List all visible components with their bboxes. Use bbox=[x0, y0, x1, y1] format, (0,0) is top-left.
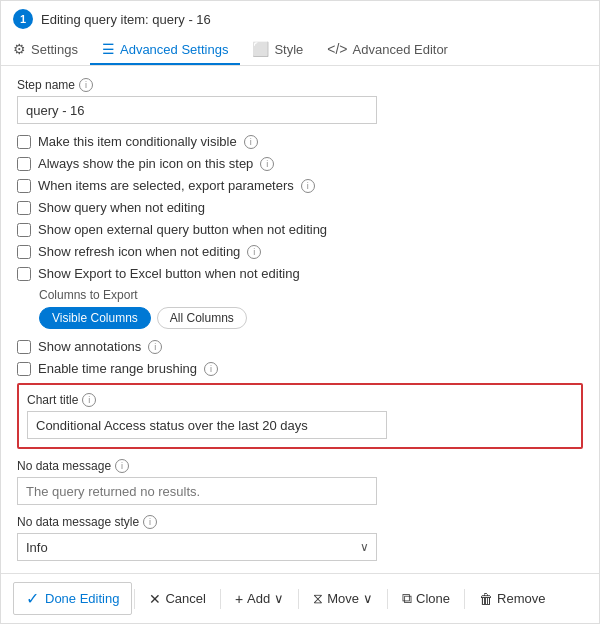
cb-show-query-label: Show query when not editing bbox=[38, 200, 205, 215]
cb8-info-icon[interactable]: i bbox=[148, 340, 162, 354]
footer-divider-1 bbox=[134, 589, 135, 609]
no-data-style-group: No data message style i Info Warning Err… bbox=[17, 515, 583, 561]
checkbox-conditionally-visible: Make this item conditionally visible i bbox=[17, 134, 583, 149]
cb-time-range[interactable] bbox=[17, 362, 31, 376]
settings-icon: ⚙ bbox=[13, 41, 26, 57]
no-data-message-group: No data message i bbox=[17, 459, 583, 505]
columns-buttons: Visible Columns All Columns bbox=[39, 307, 583, 329]
columns-label: Columns to Export bbox=[39, 288, 583, 302]
tab-advanced-settings[interactable]: ☰ Advanced Settings bbox=[90, 35, 240, 65]
cb1-info-icon[interactable]: i bbox=[244, 135, 258, 149]
page-title: Editing query item: query - 16 bbox=[41, 12, 211, 27]
checkbox-refresh-icon: Show refresh icon when not editing i bbox=[17, 244, 583, 259]
cb-export-params-label: When items are selected, export paramete… bbox=[38, 178, 294, 193]
done-check-icon: ✓ bbox=[26, 589, 39, 608]
main-container: 1 Editing query item: query - 16 ⚙ Setti… bbox=[0, 0, 600, 624]
all-columns-button[interactable]: All Columns bbox=[157, 307, 247, 329]
checkbox-annotations: Show annotations i bbox=[17, 339, 583, 354]
columns-section: Columns to Export Visible Columns All Co… bbox=[39, 288, 583, 329]
add-icon: + bbox=[235, 591, 243, 607]
cb-open-external-label: Show open external query button when not… bbox=[38, 222, 327, 237]
tab-settings-label: Settings bbox=[31, 42, 78, 57]
tab-settings[interactable]: ⚙ Settings bbox=[13, 35, 90, 65]
chart-title-info-icon[interactable]: i bbox=[82, 393, 96, 407]
tab-style-label: Style bbox=[274, 42, 303, 57]
tab-advanced-editor[interactable]: </> Advanced Editor bbox=[315, 35, 460, 65]
step-name-group: Step name i bbox=[17, 78, 583, 124]
step-name-label: Step name i bbox=[17, 78, 583, 92]
cb-conditionally-visible-label: Make this item conditionally visible bbox=[38, 134, 237, 149]
cb-open-external[interactable] bbox=[17, 223, 31, 237]
footer-bar: ✓ Done Editing ✕ Cancel + Add ∨ ⧖ Move ∨… bbox=[1, 573, 599, 623]
style-icon: ⬜ bbox=[252, 41, 269, 57]
no-data-style-select[interactable]: Info Warning Error bbox=[17, 533, 377, 561]
no-data-message-label: No data message i bbox=[17, 459, 583, 473]
cb9-info-icon[interactable]: i bbox=[204, 362, 218, 376]
cancel-icon: ✕ bbox=[149, 591, 161, 607]
add-button[interactable]: + Add ∨ bbox=[223, 585, 296, 613]
done-editing-button[interactable]: ✓ Done Editing bbox=[13, 582, 132, 615]
cb-export-excel-label: Show Export to Excel button when not edi… bbox=[38, 266, 300, 281]
remove-label: Remove bbox=[497, 591, 545, 606]
move-chevron-icon: ∨ bbox=[363, 591, 373, 606]
cb-annotations-label: Show annotations bbox=[38, 339, 141, 354]
no-data-style-label: No data message style i bbox=[17, 515, 583, 529]
chart-title-box: Chart title i bbox=[17, 383, 583, 449]
cb3-info-icon[interactable]: i bbox=[301, 179, 315, 193]
cancel-label: Cancel bbox=[165, 591, 205, 606]
footer-divider-5 bbox=[464, 589, 465, 609]
header-bar: 1 Editing query item: query - 16 ⚙ Setti… bbox=[1, 1, 599, 66]
clone-button[interactable]: ⧉ Clone bbox=[390, 584, 462, 613]
checkbox-time-range: Enable time range brushing i bbox=[17, 361, 583, 376]
checkbox-open-external: Show open external query button when not… bbox=[17, 222, 583, 237]
tab-advanced-settings-label: Advanced Settings bbox=[120, 42, 228, 57]
done-editing-label: Done Editing bbox=[45, 591, 119, 606]
cb-conditionally-visible[interactable] bbox=[17, 135, 31, 149]
checkbox-export-excel: Show Export to Excel button when not edi… bbox=[17, 266, 583, 281]
tab-advanced-editor-label: Advanced Editor bbox=[353, 42, 448, 57]
footer-divider-3 bbox=[298, 589, 299, 609]
cb-refresh-icon-label: Show refresh icon when not editing bbox=[38, 244, 240, 259]
cb-annotations[interactable] bbox=[17, 340, 31, 354]
cb-pin-icon-label: Always show the pin icon on this step bbox=[38, 156, 253, 171]
cb2-info-icon[interactable]: i bbox=[260, 157, 274, 171]
step-badge: 1 bbox=[13, 9, 33, 29]
footer-divider-2 bbox=[220, 589, 221, 609]
cb-time-range-label: Enable time range brushing bbox=[38, 361, 197, 376]
advanced-settings-icon: ☰ bbox=[102, 41, 115, 57]
no-data-message-input[interactable] bbox=[17, 477, 377, 505]
checkbox-show-query: Show query when not editing bbox=[17, 200, 583, 215]
no-data-style-info-icon[interactable]: i bbox=[143, 515, 157, 529]
cb-show-query[interactable] bbox=[17, 201, 31, 215]
content-area: Step name i Make this item conditionally… bbox=[1, 66, 599, 573]
advanced-editor-icon: </> bbox=[327, 41, 347, 57]
cb-pin-icon[interactable] bbox=[17, 157, 31, 171]
no-data-style-wrapper: Info Warning Error ∨ bbox=[17, 533, 377, 561]
tabs-row: ⚙ Settings ☰ Advanced Settings ⬜ Style <… bbox=[13, 35, 587, 65]
cb-export-params[interactable] bbox=[17, 179, 31, 193]
step-name-input[interactable] bbox=[17, 96, 377, 124]
footer-divider-4 bbox=[387, 589, 388, 609]
clone-icon: ⧉ bbox=[402, 590, 412, 607]
remove-button[interactable]: 🗑 Remove bbox=[467, 585, 557, 613]
cb-export-excel[interactable] bbox=[17, 267, 31, 281]
clone-label: Clone bbox=[416, 591, 450, 606]
add-chevron-icon: ∨ bbox=[274, 591, 284, 606]
cb6-info-icon[interactable]: i bbox=[247, 245, 261, 259]
chart-title-input[interactable] bbox=[27, 411, 387, 439]
step-name-info-icon[interactable]: i bbox=[79, 78, 93, 92]
title-row: 1 Editing query item: query - 16 bbox=[13, 9, 587, 29]
remove-icon: 🗑 bbox=[479, 591, 493, 607]
cb-refresh-icon[interactable] bbox=[17, 245, 31, 259]
checkbox-pin-icon: Always show the pin icon on this step i bbox=[17, 156, 583, 171]
checkbox-export-params: When items are selected, export paramete… bbox=[17, 178, 583, 193]
move-button[interactable]: ⧖ Move ∨ bbox=[301, 584, 385, 613]
cancel-button[interactable]: ✕ Cancel bbox=[137, 585, 217, 613]
tab-style[interactable]: ⬜ Style bbox=[240, 35, 315, 65]
move-icon: ⧖ bbox=[313, 590, 323, 607]
move-label: Move bbox=[327, 591, 359, 606]
add-label: Add bbox=[247, 591, 270, 606]
visible-columns-button[interactable]: Visible Columns bbox=[39, 307, 151, 329]
no-data-message-info-icon[interactable]: i bbox=[115, 459, 129, 473]
chart-title-label: Chart title i bbox=[27, 393, 573, 407]
